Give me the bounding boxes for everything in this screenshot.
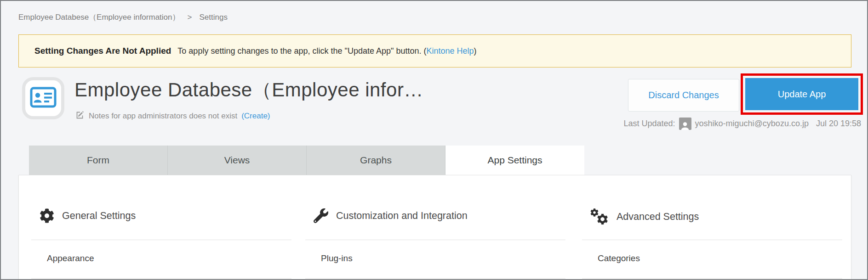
section-title: General Settings bbox=[62, 210, 136, 222]
divider bbox=[305, 240, 565, 240]
user-avatar-icon bbox=[679, 118, 691, 130]
gear-icon bbox=[40, 208, 54, 223]
section-title: Advanced Settings bbox=[617, 211, 699, 223]
last-updated-row: Last Updated: yoshiko-miguchi@cybozu.co.… bbox=[623, 118, 861, 130]
id-card-icon bbox=[30, 87, 57, 110]
settings-item-plugins[interactable]: Plug-ins bbox=[321, 253, 353, 263]
tab-views[interactable]: Views bbox=[168, 146, 307, 175]
tab-app-settings[interactable]: App Settings bbox=[445, 146, 584, 175]
breadcrumb-app-link[interactable]: Employee Databese（Employee information） bbox=[18, 12, 180, 22]
kintone-settings-page: Employee Databese（Employee information） … bbox=[0, 0, 868, 280]
page-title: Employee Databese（Employee infor… bbox=[74, 77, 423, 103]
app-settings-panel: General Settings Appearance Customizatio… bbox=[18, 175, 851, 279]
section-title: Customization and Integration bbox=[336, 210, 468, 222]
discard-changes-button[interactable]: Discard Changes bbox=[628, 79, 739, 112]
divider bbox=[582, 240, 842, 240]
note-edit-icon bbox=[75, 110, 85, 122]
breadcrumb-separator: > bbox=[188, 13, 192, 22]
section-customization-integration: Customization and Integration Plug-ins bbox=[305, 175, 565, 279]
last-updated-time: Jul 20 19:58 bbox=[816, 119, 861, 129]
section-heading: Advanced Settings bbox=[590, 208, 699, 225]
divider bbox=[31, 278, 291, 279]
tab-form[interactable]: Form bbox=[29, 146, 168, 175]
divider bbox=[305, 278, 565, 279]
last-updated-label: Last Updated: bbox=[623, 119, 675, 129]
banner-message: To apply setting changes to the app, cli… bbox=[177, 46, 423, 56]
gears-icon bbox=[590, 208, 609, 225]
section-heading: Customization and Integration bbox=[314, 208, 468, 223]
notes-create-link[interactable]: (Create) bbox=[241, 112, 270, 121]
breadcrumb-current: Settings bbox=[199, 13, 227, 22]
unapplied-changes-banner: Setting Changes Are Not Applied To apply… bbox=[18, 34, 851, 67]
update-app-button[interactable]: Update App bbox=[745, 78, 858, 110]
section-heading: General Settings bbox=[40, 208, 136, 223]
tab-graphs[interactable]: Graphs bbox=[307, 146, 445, 175]
settings-item-categories[interactable]: Categories bbox=[598, 253, 640, 263]
notes-text: Notes for app administrators does not ex… bbox=[89, 112, 237, 121]
banner-title: Setting Changes Are Not Applied bbox=[34, 46, 171, 56]
last-updated-user: yoshiko-miguchi@cybozu.co.jp bbox=[695, 119, 809, 129]
settings-tab-bar: Form Views Graphs App Settings bbox=[29, 146, 584, 175]
kintone-help-link[interactable]: Kintone Help bbox=[426, 46, 474, 56]
admin-notes-row: Notes for app administrators does not ex… bbox=[75, 110, 270, 122]
app-icon bbox=[22, 77, 64, 119]
banner-paren-close: ) bbox=[474, 46, 477, 56]
divider bbox=[31, 240, 291, 240]
section-advanced-settings: Advanced Settings Categories bbox=[582, 175, 842, 279]
divider bbox=[582, 278, 842, 279]
settings-item-appearance[interactable]: Appearance bbox=[47, 253, 94, 263]
update-app-highlight-box: Update App bbox=[741, 73, 863, 115]
section-general-settings: General Settings Appearance bbox=[31, 175, 291, 279]
wrench-icon bbox=[314, 208, 328, 223]
breadcrumb: Employee Databese（Employee information） … bbox=[18, 12, 228, 22]
